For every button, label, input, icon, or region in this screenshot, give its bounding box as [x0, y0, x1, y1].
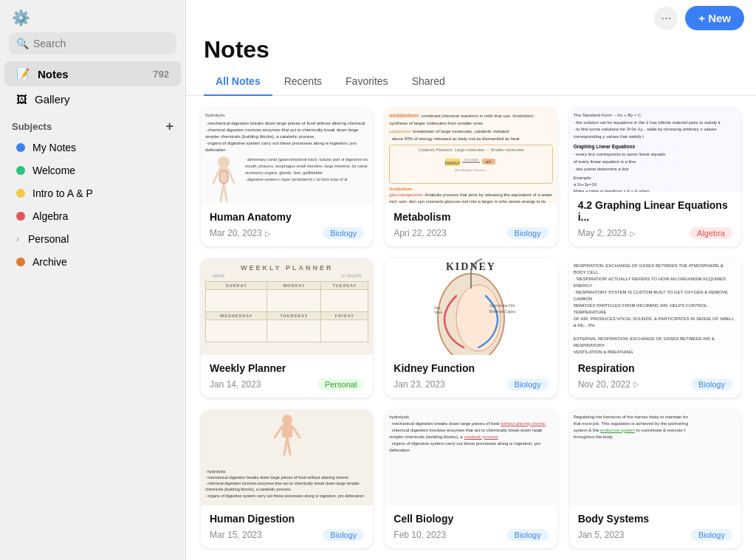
note-tag-kidney-function[interactable]: Biology: [507, 378, 549, 390]
svg-point-23: [282, 415, 292, 425]
more-icon: ···: [662, 12, 671, 25]
subject-my-notes-label: My Notes: [32, 142, 76, 153]
svg-line-2: [213, 170, 219, 183]
svg-text:ATP: ATP: [486, 160, 492, 164]
subject-personal-label: Personal: [28, 233, 69, 245]
note-date-kidney-function: Jan 23, 2023: [394, 379, 444, 390]
new-note-button[interactable]: + New: [685, 6, 744, 30]
svg-line-25: [275, 426, 282, 438]
note-tag-graphing-linear[interactable]: Algebra: [690, 227, 732, 239]
note-card-bottom2[interactable]: hydrolysis · mechanical digestion breaks…: [385, 409, 557, 548]
notes-count: 792: [153, 69, 169, 80]
note-title-metabolism: Metabolism: [394, 211, 548, 223]
sidebar-notes-label: Notes: [38, 68, 69, 80]
tab-favorites[interactable]: Favorites: [334, 69, 400, 96]
note-date-graphing-linear: May 2, 2023 ▷: [578, 228, 636, 238]
settings-icon[interactable]: ⚙️: [12, 9, 30, 27]
note-date-bottom2: Feb 10, 2023: [394, 530, 446, 540]
note-tag-bottom1[interactable]: Biology: [323, 529, 364, 541]
note-meta-human-anatomy: Mar 20, 2023 ▷ Biology: [210, 227, 364, 239]
dot-welcome: [16, 166, 25, 175]
sidebar-item-gallery[interactable]: 🖼 Gallery: [4, 87, 181, 111]
tab-recents[interactable]: Recents: [272, 69, 334, 96]
note-title-weekly-planner: Weekly Planner: [210, 362, 364, 374]
note-date-bottom1: Mar 15, 2023: [210, 530, 262, 540]
sidebar-gallery-label: Gallery: [35, 93, 70, 106]
note-date-weekly-planner: Jan 14, 2023: [210, 379, 261, 390]
svg-text:60% HEAT: 60% HEAT: [464, 158, 478, 162]
sidebar-nav: 📝 Notes 792 🖼 Gallery: [0, 61, 185, 112]
svg-line-5: [224, 183, 227, 201]
note-card-graphing-linear[interactable]: The Standard Form →Ax + By = C - the sol…: [569, 108, 741, 246]
subject-personal[interactable]: › Personal: [4, 228, 181, 250]
note-tag-bottom3[interactable]: Biology: [691, 529, 732, 541]
search-bar[interactable]: 🔍: [9, 32, 176, 55]
main-content: ··· + New Notes All Notes Recents Favori…: [186, 0, 756, 560]
subject-intro[interactable]: Intro to A & P: [4, 182, 181, 204]
note-card-bottom1[interactable]: · hydrolysis · mechanical digestion brea…: [201, 409, 373, 548]
subject-welcome[interactable]: Welcome: [4, 159, 181, 182]
note-thumbnail-bottom3: Regulating the functions of the human bo…: [569, 409, 741, 505]
note-card-weekly-planner[interactable]: WEEKLY PLANNER weekIn Month SUNDAY MONDA…: [201, 258, 373, 397]
note-title-bottom3: Body Systems: [578, 513, 732, 525]
note-thumbnail-graphing-linear: The Standard Form →Ax + By = C - the sol…: [569, 108, 741, 192]
tab-all-notes[interactable]: All Notes: [204, 69, 272, 96]
dot-archive: [16, 257, 25, 266]
subject-archive[interactable]: Archive: [4, 251, 181, 273]
note-tag-weekly-planner[interactable]: Personal: [317, 378, 364, 390]
note-card-human-anatomy[interactable]: hydrolysis · mechanical digestion breaks…: [201, 108, 373, 246]
subjects-label: Subjects: [12, 121, 52, 132]
note-card-kidney-function[interactable]: KIDNEY Van Vasa Glomerular Filtratio: [385, 258, 557, 397]
svg-rect-1: [219, 167, 228, 183]
note-title-respiration: Respiration: [578, 362, 732, 374]
note-info-kidney-function: Kidney Function Jan 23, 2023 Biology: [385, 355, 557, 398]
subject-welcome-label: Welcome: [32, 165, 75, 176]
note-info-respiration: Respiration Nov 20, 2022 ▷ Biology: [569, 355, 741, 398]
note-info-bottom3: Body Systems Jan 5, 2023 Biology: [569, 505, 741, 548]
note-date-bottom3: Jan 5, 2023: [578, 530, 625, 540]
sidebar-item-notes[interactable]: 📝 Notes 792: [4, 61, 181, 86]
search-input[interactable]: [33, 38, 169, 49]
note-meta-respiration: Nov 20, 2022 ▷ Biology: [578, 378, 732, 390]
sidebar: ⚙️ 🔍 📝 Notes 792 🖼 Gallery Subjects + My…: [0, 0, 186, 560]
add-subject-button[interactable]: +: [165, 120, 173, 133]
note-tag-respiration[interactable]: Biology: [691, 378, 732, 390]
note-info-metabolism: Metabolism Apri 22, 2023 Biology: [385, 204, 557, 246]
dot-intro: [16, 189, 25, 198]
svg-line-28: [287, 438, 290, 454]
svg-text:ENERGY: ENERGY: [444, 161, 461, 165]
tab-shared[interactable]: Shared: [400, 69, 457, 96]
subject-algebra-label: Algebra: [32, 210, 68, 222]
gallery-icon: 🖼: [16, 93, 27, 106]
note-card-respiration[interactable]: RESPIRATION: EXCHANGE OF GASES BETWEEN T…: [569, 258, 741, 397]
svg-line-3: [228, 170, 234, 183]
svg-text:Glomerular Filtration: Glomerular Filtration: [489, 303, 515, 308]
note-info-human-anatomy: Human Anatomy Mar 20, 2023 ▷ Biology: [201, 204, 373, 246]
notes-icon: 📝: [16, 67, 30, 80]
more-button[interactable]: ···: [654, 7, 678, 30]
note-info-graphing-linear: 4.2 Graphing Linear Equations i... May 2…: [569, 192, 741, 246]
subject-algebra[interactable]: Algebra: [4, 205, 181, 227]
note-title-bottom1: Human Digestion: [210, 513, 364, 525]
svg-rect-24: [282, 424, 292, 438]
chevron-personal-icon: ›: [16, 234, 19, 244]
note-card-bottom3[interactable]: Regulating the functions of the human bo…: [569, 409, 741, 548]
note-card-metabolism[interactable]: metabolism: combined chemical reactions …: [385, 108, 557, 246]
note-info-weekly-planner: Weekly Planner Jan 14, 2023 Personal: [201, 355, 373, 398]
note-info-bottom2: Cell Biology Feb 10, 2023 Biology: [385, 505, 557, 548]
dot-algebra: [16, 212, 25, 221]
subjects-header: Subjects +: [0, 112, 185, 136]
note-tag-human-anatomy[interactable]: Biology: [323, 227, 364, 239]
sidebar-header: ⚙️: [0, 0, 185, 32]
topbar: ··· + New: [186, 0, 756, 36]
note-thumbnail-bottom1: · hydrolysis · mechanical digestion brea…: [201, 409, 373, 505]
subject-my-notes[interactable]: My Notes: [4, 136, 181, 159]
note-tag-metabolism[interactable]: Biology: [507, 227, 549, 239]
note-info-bottom1: Human Digestion Mar 15, 2023 Biology: [201, 505, 373, 548]
subject-intro-label: Intro to A & P: [32, 187, 93, 199]
svg-text:Vasa: Vasa: [434, 310, 442, 314]
note-date-respiration: Nov 20, 2022 ▷: [578, 379, 639, 390]
note-meta-bottom1: Mar 15, 2023 Biology: [210, 529, 364, 541]
note-meta-weekly-planner: Jan 14, 2023 Personal: [210, 378, 364, 390]
note-tag-bottom2[interactable]: Biology: [507, 529, 549, 541]
